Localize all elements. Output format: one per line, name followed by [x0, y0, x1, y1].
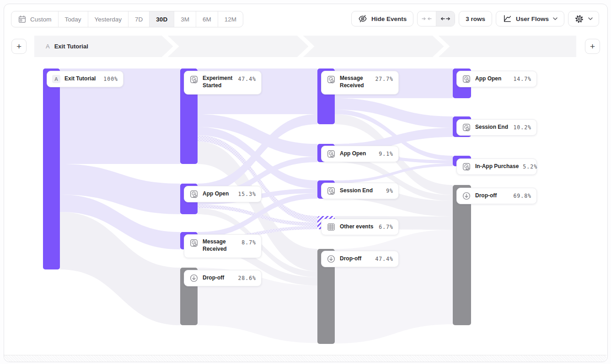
flow-node-other-events-3[interactable]: Other events6.7% [321, 219, 399, 235]
node-label: Other events [340, 223, 373, 231]
drop-off-icon [189, 274, 198, 283]
view-selector-button[interactable]: User Flows [496, 11, 564, 26]
node-percent: 14.7% [513, 76, 531, 82]
flow-bar-exit-tutorial[interactable] [43, 69, 60, 269]
event-icon [462, 162, 471, 171]
node-label: Exit Tutorial [64, 75, 96, 83]
date-range-label: 12M [225, 16, 236, 23]
rows-button[interactable]: 3 rows [459, 11, 492, 26]
step-title: Exit Tutorial [54, 43, 88, 50]
node-label: Message Received [203, 238, 237, 253]
eye-off-icon [358, 14, 367, 23]
node-label: App Open [475, 75, 501, 83]
node-label: In-App Purchase [475, 163, 519, 170]
date-range-12m[interactable]: 12M [218, 11, 243, 27]
flow-node-experiment-started[interactable]: Experiment Started47.4% [184, 71, 262, 95]
node-label: Message Received [340, 75, 371, 89]
step-a-label[interactable]: A Exit Tutorial [46, 36, 88, 57]
flow-node-message-received-2[interactable]: Message Received8.7% [184, 234, 262, 258]
date-range-custom[interactable]: Custom [11, 11, 59, 27]
node-label: Experiment Started [203, 75, 234, 89]
flow-chart-icon [503, 14, 512, 23]
node-percent: 9.1% [379, 151, 393, 157]
date-range-label: 3M [181, 16, 189, 23]
expand-width-button[interactable] [436, 11, 455, 26]
event-icon [462, 123, 471, 132]
node-percent: 69.8% [513, 193, 531, 199]
node-badge: A [52, 75, 60, 83]
date-range-30d[interactable]: 30D [150, 11, 174, 27]
node-percent: 27.7% [375, 76, 393, 82]
collapse-width-button[interactable] [418, 11, 436, 26]
date-range-label: Custom [30, 16, 52, 23]
node-percent: 9% [386, 188, 393, 194]
node-percent: 6.7% [379, 224, 393, 230]
flow-node-drop-off-2[interactable]: Drop-off28.6% [184, 270, 262, 286]
flow-step-banner: A Exit Tutorial [34, 36, 576, 57]
date-range-today[interactable]: Today [59, 11, 88, 27]
node-label: Drop-off [340, 255, 361, 263]
toolbar-right: Hide Events 3 rows [351, 11, 599, 26]
date-range-label: 7D [135, 16, 143, 23]
flow-node-session-end-3[interactable]: Session End9% [321, 183, 399, 199]
arrows-outward-icon [440, 16, 451, 21]
date-range-label: 30D [156, 16, 167, 23]
node-percent: 100% [103, 76, 118, 82]
drop-off-icon [462, 191, 471, 200]
flow-node-message-received-3[interactable]: Message Received27.7% [321, 71, 399, 95]
rows-label: 3 rows [466, 16, 485, 22]
flow-node-in-app-purchase-4[interactable]: In-App Purchase5.2% [456, 158, 537, 175]
event-icon [327, 75, 336, 84]
calendar-icon [18, 15, 27, 24]
date-range-3m[interactable]: 3M [174, 11, 196, 27]
footer-resize-strip [4, 355, 606, 362]
event-icon [189, 190, 198, 199]
node-label: App Open [340, 150, 366, 158]
step-chevron-separators [34, 36, 576, 57]
other-events-icon [327, 222, 336, 232]
add-step-left-button[interactable]: + [11, 39, 27, 54]
gear-icon [574, 14, 584, 24]
event-icon [462, 74, 471, 84]
flow-node-session-end-4[interactable]: Session End10.2% [456, 119, 537, 136]
view-selector-label: User Flows [516, 16, 549, 22]
chevron-down-icon [553, 17, 557, 20]
flow-link-drop-off-3-to-drop-off-4 [335, 230, 453, 343]
date-range-label: 6M [203, 16, 211, 23]
hide-events-label: Hide Events [371, 16, 407, 22]
node-label: Session End [475, 124, 508, 131]
flow-node-drop-off-3[interactable]: Drop-off47.4% [321, 251, 399, 267]
event-icon [327, 149, 336, 158]
node-label: Drop-off [475, 192, 497, 200]
flow-node-app-open-2[interactable]: App Open15.3% [184, 186, 262, 202]
width-toggle-group [417, 11, 455, 26]
drop-off-icon [327, 254, 336, 264]
node-percent: 8.7% [241, 239, 256, 246]
node-label: Drop-off [203, 274, 224, 282]
add-step-right-button[interactable]: + [585, 39, 600, 54]
node-percent: 47.4% [238, 76, 256, 82]
node-percent: 47.4% [375, 256, 393, 262]
node-percent: 5.2% [523, 164, 537, 170]
date-range-7d[interactable]: 7D [129, 11, 150, 27]
chevron-down-icon [588, 17, 593, 20]
hide-events-button[interactable]: Hide Events [351, 11, 413, 26]
date-range-yesterday[interactable]: Yesterday [88, 11, 129, 27]
node-percent: 10.2% [513, 124, 531, 131]
flow-node-app-open-4[interactable]: App Open14.7% [456, 71, 537, 87]
flow-node-exit-tutorial[interactable]: AExit Tutorial100% [47, 71, 123, 87]
event-icon [327, 186, 336, 195]
node-label: Session End [340, 187, 373, 195]
node-label: App Open [203, 190, 229, 198]
date-range-label: Today [65, 16, 81, 23]
event-icon [189, 238, 198, 248]
date-range-6m[interactable]: 6M [196, 11, 218, 27]
flow-node-app-open-3[interactable]: App Open9.1% [321, 146, 399, 162]
event-icon [189, 75, 198, 84]
flow-node-drop-off-4[interactable]: Drop-off69.8% [456, 188, 537, 204]
step-badge: A [46, 43, 50, 50]
flow-bar-drop-off-4[interactable] [453, 185, 471, 325]
node-percent: 15.3% [238, 191, 256, 197]
date-range-label: Yesterday [95, 16, 122, 23]
settings-button[interactable] [568, 11, 599, 26]
